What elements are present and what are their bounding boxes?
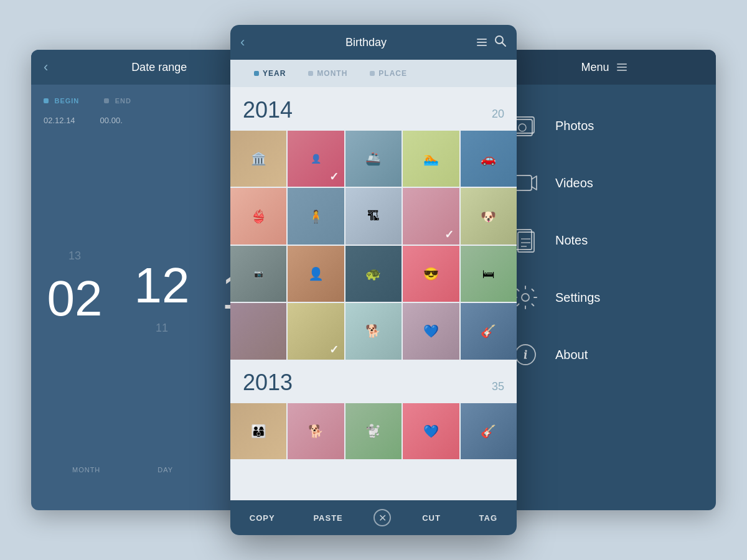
photo-cell[interactable]: 🐕	[345, 303, 402, 359]
main-panel-title: Birthday	[260, 36, 472, 49]
svg-line-13	[502, 43, 505, 46]
photo-cell[interactable]: ✓	[288, 303, 344, 359]
photo-cell[interactable]: 🐶	[461, 188, 517, 244]
menu-items-list: Photos Videos	[492, 85, 716, 396]
year-label-2014: 2014	[243, 97, 293, 123]
photo-cell[interactable]: ✓	[403, 188, 459, 244]
close-button[interactable]: ✕	[374, 509, 391, 526]
photo-cell[interactable]: 😎	[403, 246, 459, 302]
month-main: 02	[47, 274, 103, 324]
photo-cell[interactable]: 🏊	[403, 131, 459, 187]
year-header-2014: 2014 20	[230, 87, 517, 131]
menu-panel: Menu Photos	[492, 50, 716, 510]
photo-cell[interactable]: 🎸	[461, 303, 517, 359]
sidebar-item-notes[interactable]: Notes	[492, 212, 716, 269]
end-label: END	[104, 95, 131, 106]
filter-tabs: YEAR MONTH PLACE	[230, 60, 517, 87]
main-panel-header: ‹ Birthday	[230, 25, 517, 60]
sidebar-item-settings[interactable]: Settings	[492, 269, 716, 326]
tab-year[interactable]: YEAR	[243, 60, 297, 87]
photo-cell[interactable]: 👨‍👩‍👦	[230, 403, 286, 459]
month-column: 13 02	[47, 250, 103, 335]
begin-value: 02.12.14	[44, 116, 75, 125]
svg-rect-3	[514, 175, 532, 190]
menu-panel-title: Menu	[581, 61, 609, 74]
svg-point-12	[496, 36, 503, 44]
paste-button[interactable]: PASTE	[306, 508, 350, 528]
month-above: 13	[68, 250, 81, 263]
year-count-2014: 20	[492, 108, 504, 121]
day-column: 12 11	[134, 250, 190, 335]
photo-cell[interactable]: 👙	[230, 188, 286, 244]
tab-place-label: PLACE	[378, 69, 407, 78]
photo-cell[interactable]: 🛏	[461, 246, 517, 302]
photo-cell[interactable]: 🚗	[461, 131, 517, 187]
year-header-2013: 2013 35	[230, 360, 517, 403]
main-hamburger-icon[interactable]	[477, 39, 487, 46]
photo-cell[interactable]: 🐩	[345, 403, 402, 459]
photo-scroll-content[interactable]: 2014 20 🏛️ 👤 ✓ 🚢 🏊 🚗 👙 🧍 🏗	[230, 87, 517, 500]
day-below: 11	[156, 322, 168, 335]
tab-month-dot	[308, 71, 313, 76]
photo-cell[interactable]: 🐢	[345, 246, 402, 302]
svg-text:i: i	[524, 348, 527, 361]
copy-button[interactable]: COPY	[242, 508, 283, 528]
photo-cell[interactable]: 💙	[403, 303, 459, 359]
back-arrow-icon[interactable]: ‹	[44, 59, 48, 75]
tab-year-label: YEAR	[263, 69, 286, 78]
tab-year-dot	[254, 71, 259, 76]
sidebar-item-label-about: About	[555, 348, 588, 362]
tab-place[interactable]: PLACE	[359, 60, 418, 87]
photo-cell[interactable]: 🎸	[461, 403, 517, 459]
month-bottom-label: MONTH	[72, 466, 100, 474]
tag-button[interactable]: TAG	[472, 508, 505, 528]
day-main: 12	[134, 261, 190, 310]
photo-cell[interactable]: 💙	[403, 403, 459, 459]
sidebar-item-label-videos: Videos	[555, 176, 593, 190]
sidebar-item-about[interactable]: i About	[492, 326, 716, 383]
photo-grid-2014: 🏛️ 👤 ✓ 🚢 🏊 🚗 👙 🧍 🏗 ✓ 🐶	[230, 131, 517, 360]
main-back-arrow-icon[interactable]: ‹	[240, 34, 260, 50]
year-label-2013: 2013	[243, 370, 293, 396]
menu-panel-header: Menu	[492, 50, 716, 85]
photo-cell[interactable]: 🐕	[288, 403, 344, 459]
photo-cell[interactable]	[230, 303, 286, 359]
photo-cell[interactable]: 🏛️	[230, 131, 286, 187]
tab-month-label: MONTH	[317, 69, 347, 78]
day-bottom-label: DAY	[157, 466, 173, 474]
sidebar-item-videos[interactable]: Videos	[492, 154, 716, 212]
photo-cell[interactable]: 👤	[288, 246, 344, 302]
begin-label: BEGIN	[44, 95, 79, 106]
photo-cell[interactable]: 👤 ✓	[288, 131, 344, 187]
sidebar-item-label-photos: Photos	[555, 119, 594, 133]
photo-cell[interactable]: 🏗	[345, 188, 402, 244]
photo-grid-2013: 👨‍👩‍👦 🐕 🐩 💙 🎸	[230, 403, 517, 459]
cut-button[interactable]: CUT	[415, 508, 448, 528]
tab-month[interactable]: MONTH	[297, 60, 359, 87]
sidebar-item-label-settings: Settings	[555, 291, 600, 305]
svg-point-2	[519, 124, 526, 131]
sidebar-item-label-notes: Notes	[555, 233, 588, 248]
sidebar-item-photos[interactable]: Photos	[492, 97, 716, 154]
year-count-2013: 35	[492, 380, 504, 393]
main-panel: ‹ Birthday YEAR MONTH	[230, 25, 517, 535]
search-icon[interactable]	[487, 35, 507, 50]
photo-cell[interactable]: 🧍	[288, 188, 344, 244]
bottom-toolbar: COPY PASTE ✕ CUT TAG	[230, 500, 517, 535]
tab-place-dot	[370, 71, 375, 76]
end-value: 00.00.	[100, 116, 123, 125]
year-section-2014: 2014 20 🏛️ 👤 ✓ 🚢 🏊 🚗 👙 🧍 🏗	[230, 87, 517, 360]
year-section-2013: 2013 35 👨‍👩‍👦 🐕 🐩 💙 🎸	[230, 360, 517, 459]
photo-cell[interactable]: 🚢	[345, 131, 402, 187]
svg-point-9	[522, 294, 529, 301]
menu-hamburger-icon[interactable]	[617, 63, 627, 71]
photo-cell[interactable]: 📷	[230, 246, 286, 302]
